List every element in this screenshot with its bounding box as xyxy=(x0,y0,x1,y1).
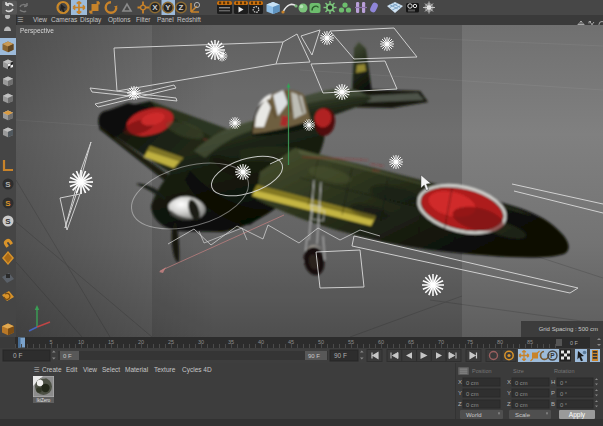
svg-text:P: P xyxy=(550,352,555,359)
svg-text:90 F: 90 F xyxy=(334,352,347,359)
svg-text:S: S xyxy=(5,217,11,226)
svg-text:0 cm: 0 cm xyxy=(515,380,528,386)
svg-text:0 F: 0 F xyxy=(570,340,579,346)
svg-text:Scale: Scale xyxy=(515,412,531,418)
svg-text:X: X xyxy=(152,3,158,12)
svg-text:Grid Spacing : 500 cm: Grid Spacing : 500 cm xyxy=(539,326,598,332)
svg-text:IkiZero: IkiZero xyxy=(37,398,51,403)
svg-text:0 F: 0 F xyxy=(63,353,72,359)
svg-text:X: X xyxy=(507,379,511,385)
svg-text:90 F: 90 F xyxy=(308,353,320,359)
svg-text:Z: Z xyxy=(507,401,511,407)
svg-text:Y: Y xyxy=(458,390,462,396)
svg-text:Perspective: Perspective xyxy=(20,27,54,35)
svg-text:Size: Size xyxy=(513,368,524,374)
svg-text:Position: Position xyxy=(472,368,492,374)
svg-text:World: World xyxy=(466,412,482,418)
svg-text:0 cm: 0 cm xyxy=(466,380,479,386)
svg-text:0 cm: 0 cm xyxy=(515,391,528,397)
svg-text:Z: Z xyxy=(179,3,184,12)
svg-text:Z: Z xyxy=(458,401,462,407)
svg-text:0 cm: 0 cm xyxy=(466,402,479,408)
svg-text:P: P xyxy=(551,390,555,396)
svg-text:0 °: 0 ° xyxy=(560,391,567,397)
svg-text:0 °: 0 ° xyxy=(560,402,567,408)
svg-text:B: B xyxy=(551,401,555,407)
svg-text:Y: Y xyxy=(165,3,171,12)
svg-text:0 cm: 0 cm xyxy=(466,391,479,397)
svg-text:0 cm: 0 cm xyxy=(515,402,528,408)
svg-text:S: S xyxy=(5,180,11,189)
svg-text:X: X xyxy=(458,379,462,385)
svg-text:Rotation: Rotation xyxy=(554,368,575,374)
svg-text:Apply: Apply xyxy=(569,411,586,419)
svg-text:Y: Y xyxy=(507,390,511,396)
svg-text:0 °: 0 ° xyxy=(560,380,567,386)
svg-text:S: S xyxy=(5,199,11,208)
svg-text:H: H xyxy=(551,379,555,385)
svg-text:0 F: 0 F xyxy=(13,352,22,359)
